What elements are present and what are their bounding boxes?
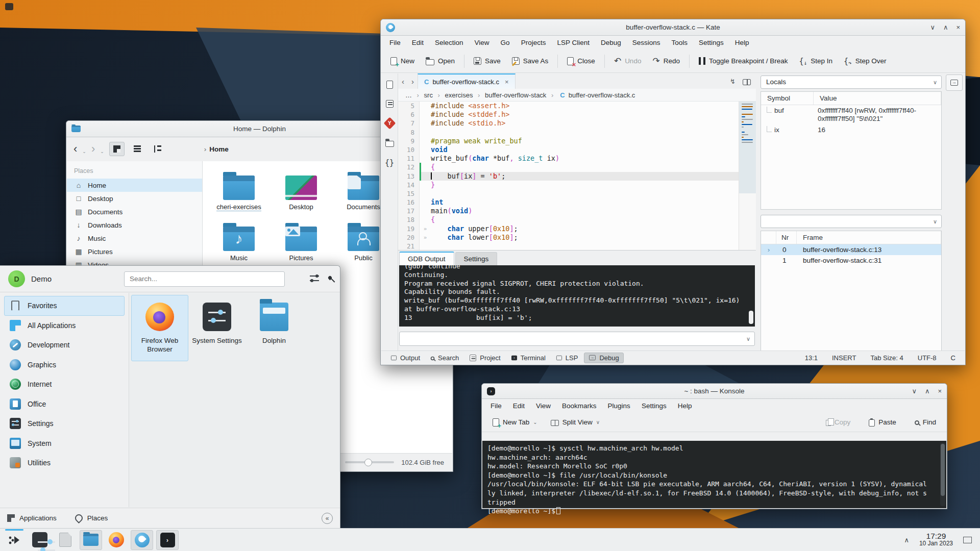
- app-item[interactable]: System Settings: [188, 295, 246, 361]
- menu-item[interactable]: Settings: [637, 400, 671, 411]
- code-text[interactable]: }: [431, 181, 739, 189]
- terminal[interactable]: [demo@morello ~]$ sysctl hw.machine_arch…: [482, 441, 946, 508]
- minimize-icon[interactable]: ∨: [930, 23, 935, 31]
- zoom-slider[interactable]: [345, 461, 394, 463]
- place-item[interactable]: □ Desktop: [67, 192, 202, 205]
- code-text[interactable]: write_buf(char *buf, size_t ix): [431, 154, 739, 163]
- menu-item[interactable]: Edit: [508, 400, 529, 411]
- split-view-icon[interactable]: [743, 79, 751, 85]
- line-number[interactable]: 17: [398, 207, 420, 215]
- status-indicator[interactable]: INSERT: [832, 354, 856, 362]
- code-line[interactable]: 10void: [398, 145, 739, 154]
- folder-item[interactable]: Music: [208, 222, 270, 271]
- task-firefox[interactable]: [105, 530, 128, 550]
- konsole-window[interactable]: › ~ : bash — Konsole ∨ ∧ × FileEditViewB…: [481, 383, 947, 509]
- tab-applications[interactable]: Applications: [7, 514, 57, 522]
- menu-item[interactable]: Plugins: [603, 400, 635, 411]
- documents-sidebar-icon[interactable]: [386, 81, 393, 89]
- code-line[interactable]: 9#pragma weak write_buf: [398, 137, 739, 145]
- code-text[interactable]: #include <assert.h>: [431, 102, 739, 110]
- line-number[interactable]: 19: [398, 224, 420, 233]
- code-text[interactable]: char upper[0x10];: [431, 224, 739, 233]
- save-as-button[interactable]: Save As: [507, 54, 553, 68]
- line-number[interactable]: 9: [398, 137, 420, 145]
- place-item[interactable]: ⌂ Home: [67, 179, 202, 192]
- search-pane-button[interactable]: Search: [426, 353, 463, 363]
- code-text[interactable]: void: [431, 145, 739, 154]
- code-line[interactable]: 7#include <stdio.h>: [398, 119, 739, 128]
- gdb-scrollbar[interactable]: [749, 311, 753, 324]
- configure-icon[interactable]: [310, 276, 319, 283]
- kate-window[interactable]: buffer-overflow-stack.c — Kate ∨ ∧ × Fil…: [380, 19, 966, 365]
- category-item[interactable]: System: [4, 434, 125, 454]
- konsole-titlebar[interactable]: › ~ : bash — Konsole ∨ ∧ ×: [482, 384, 947, 399]
- debug-pane-button[interactable]: Debug: [584, 353, 623, 363]
- menu-item[interactable]: Sessions: [628, 37, 665, 48]
- status-indicator[interactable]: 13:1: [805, 354, 818, 362]
- symbols-sidebar-icon[interactable]: [386, 100, 394, 108]
- menu-item[interactable]: File: [486, 400, 506, 411]
- folder-item[interactable]: Pictures: [270, 222, 332, 271]
- line-number[interactable]: 20: [398, 233, 420, 242]
- menu-item[interactable]: File: [385, 37, 405, 48]
- step-over-button[interactable]: {↷ Step Over: [839, 54, 891, 69]
- compact-view-button[interactable]: [130, 142, 145, 156]
- line-number[interactable]: 8: [398, 128, 420, 137]
- close-icon[interactable]: ×: [938, 387, 942, 395]
- place-item[interactable]: ▦ Pictures: [67, 245, 202, 258]
- details-view-button[interactable]: [150, 142, 165, 156]
- menu-item[interactable]: LSP Client: [552, 37, 594, 48]
- app-item[interactable]: Firefox Web Browser: [131, 295, 188, 361]
- place-item[interactable]: ▤ Documents: [67, 205, 202, 218]
- gdb-console[interactable]: (gdb) continueContinuing.Program receive…: [399, 265, 755, 327]
- lsp-pane-button[interactable]: LSP: [552, 353, 582, 363]
- pin-icon[interactable]: [328, 276, 333, 281]
- line-number[interactable]: 6: [398, 110, 420, 119]
- code-line[interactable]: 6#include <stddef.h>: [398, 110, 739, 119]
- terminal-scrollbar[interactable]: [940, 443, 945, 506]
- gdb-settings-tab[interactable]: Settings: [455, 252, 498, 265]
- frame-row[interactable]: 0 buffer-overflow-stack.c:13: [761, 244, 941, 255]
- minimize-icon[interactable]: ∨: [912, 387, 917, 395]
- lsp-symbols-icon[interactable]: {}: [385, 158, 394, 167]
- system-tray-expander-icon[interactable]: ∧: [904, 536, 909, 544]
- kate-titlebar[interactable]: buffer-overflow-stack.c — Kate ∨ ∧ ×: [381, 19, 965, 36]
- tab-close-icon[interactable]: ×: [505, 78, 509, 86]
- app-item[interactable]: Dolphin: [246, 295, 303, 361]
- task-system-settings[interactable]: [29, 530, 51, 550]
- code-line[interactable]: 8: [398, 128, 739, 137]
- icons-view-button[interactable]: [109, 142, 125, 156]
- toggle-breakpoint-button[interactable]: Toggle Breakpoint / Break: [694, 54, 793, 68]
- terminal-pane-button[interactable]: ›Terminal: [507, 353, 550, 363]
- code-text[interactable]: char lower[0x10];: [431, 233, 739, 242]
- code-text[interactable]: {: [431, 215, 739, 224]
- show-desktop-button[interactable]: [963, 537, 972, 543]
- task-document[interactable]: [54, 530, 77, 550]
- forward-dropdown-icon[interactable]: ⌄: [100, 149, 104, 154]
- category-item[interactable]: Development: [4, 335, 125, 355]
- line-number[interactable]: 7: [398, 119, 420, 128]
- menu-item[interactable]: Debug: [596, 37, 626, 48]
- line-number[interactable]: 11: [398, 154, 420, 163]
- code-line[interactable]: 21: [398, 242, 739, 250]
- locals-row[interactable]: buf 0xfffffff7ff40 [rwRW, 0xfffffff7ff40…: [761, 105, 941, 124]
- output-pane-button[interactable]: Output: [386, 353, 424, 363]
- kate-breadcrumb[interactable]: … › src › exercises › buffer-overflow-st…: [398, 89, 756, 102]
- folder-item[interactable]: cheri-exercises: [208, 171, 270, 220]
- gdb-output-tab[interactable]: GDB Output: [399, 252, 454, 265]
- category-item[interactable]: Office: [4, 394, 125, 414]
- menu-item[interactable]: View: [470, 37, 494, 48]
- split-view-button[interactable]: Split View ∨: [546, 415, 604, 429]
- copy-button[interactable]: Copy: [821, 415, 855, 429]
- code-text[interactable]: [431, 189, 739, 198]
- panel-toggle-button[interactable]: [946, 74, 963, 91]
- application-launcher-button[interactable]: [3, 530, 26, 550]
- project-pane-button[interactable]: Project: [465, 353, 504, 363]
- line-number[interactable]: 5: [398, 102, 420, 110]
- code-text[interactable]: [431, 242, 739, 250]
- code-line[interactable]: 14}: [398, 181, 739, 189]
- code-text[interactable]: #include <stddef.h>: [431, 110, 739, 119]
- code-text[interactable]: #pragma weak write_buf: [431, 137, 739, 145]
- status-indicator[interactable]: C: [951, 354, 955, 362]
- menu-item[interactable]: Bookmarks: [557, 400, 601, 411]
